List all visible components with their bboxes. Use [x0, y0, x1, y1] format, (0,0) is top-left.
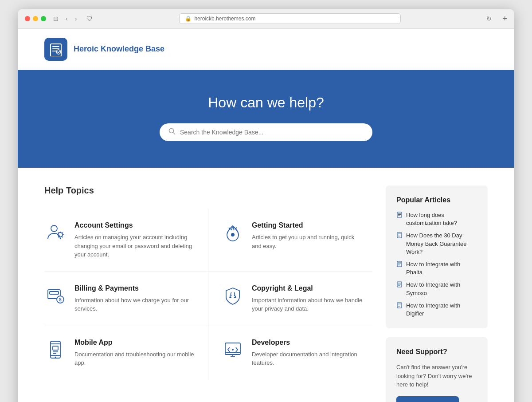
article-link-2: How Does the 30 Day Money Back Guarantee… — [406, 232, 477, 256]
popular-articles-title: Popular Articles — [396, 196, 477, 204]
hero-title: How can we help? — [27, 95, 505, 111]
close-button[interactable] — [25, 16, 30, 21]
svg-point-4 — [51, 225, 57, 232]
search-input[interactable] — [180, 129, 364, 136]
topic-getting-started[interactable]: Getting Started Articles to get you up a… — [208, 209, 372, 272]
article-icon-4 — [396, 281, 403, 289]
article-list: How long does customization take? — [396, 211, 477, 318]
search-icon — [168, 128, 176, 137]
topic-copyright-legal[interactable]: Copyright & Legal Important information … — [208, 272, 372, 326]
mobile-app-icon — [44, 339, 66, 361]
maximize-button[interactable] — [41, 16, 46, 21]
svg-rect-8 — [50, 292, 59, 294]
lock-icon: 🔒 — [185, 16, 192, 22]
developers-icon — [222, 339, 244, 361]
topic-billing-payments-desc: Information about how we charge you for … — [74, 296, 195, 313]
address-bar[interactable]: 🔒 heroickb.herothemes.com — [179, 13, 401, 24]
article-item-3[interactable]: How to Integrate with Phaita — [396, 260, 477, 276]
topic-account-settings-title: Account Settings — [74, 221, 195, 229]
topic-developers-info: Developers Developer documentation and i… — [252, 339, 364, 367]
svg-text:$: $ — [59, 297, 62, 302]
article-item-1[interactable]: How long does customization take? — [396, 211, 477, 227]
topic-copyright-legal-info: Copyright & Legal Important information … — [252, 284, 364, 313]
topic-copyright-legal-desc: Important information about how we handl… — [252, 296, 364, 313]
main-content: Help Topics Acco — [18, 168, 514, 402]
article-icon-2 — [396, 232, 403, 240]
topic-getting-started-title: Getting Started — [252, 221, 364, 229]
svg-line-3 — [173, 133, 175, 134]
contact-support-button[interactable]: Contact Support — [396, 396, 459, 402]
need-support-title: Need Support? — [396, 348, 477, 356]
article-link-1: How long does customization take? — [406, 211, 477, 227]
logo-container[interactable]: Heroic Knowledge Base — [44, 38, 164, 61]
minimize-button[interactable] — [33, 16, 38, 21]
article-link-3: How to Integrate with Phaita — [406, 260, 477, 276]
website: Heroic Knowledge Base How can we help? — [18, 29, 514, 402]
account-settings-icon — [44, 221, 66, 244]
topic-mobile-app[interactable]: Mobile App Documentation and troubleshoo… — [44, 326, 208, 380]
sidebar: Popular Articles How l — [386, 185, 488, 402]
topic-mobile-app-info: Mobile App Documentation and troubleshoo… — [74, 339, 195, 367]
article-item-2[interactable]: How Does the 30 Day Money Back Guarantee… — [396, 232, 477, 256]
topic-billing-payments[interactable]: $ Billing & Payments Information about h… — [44, 272, 208, 326]
browser-controls: ⊟ ‹ › — [51, 14, 78, 23]
need-support-card: Need Support? Can't find the answer you'… — [386, 337, 488, 402]
url-display: heroickb.herothemes.com — [194, 16, 255, 22]
topic-developers-title: Developers — [252, 339, 364, 347]
svg-rect-15 — [53, 346, 58, 350]
reload-button[interactable]: ↻ — [485, 14, 493, 23]
article-item-5[interactable]: How to Integrate with Digifier — [396, 302, 477, 318]
topic-account-settings[interactable]: Account Settings Articles on managing yo… — [44, 209, 208, 272]
site-header: Heroic Knowledge Base — [18, 29, 514, 70]
article-icon-5 — [396, 302, 403, 310]
topic-getting-started-desc: Articles to get you up and running, quic… — [252, 233, 364, 250]
hero-section: How can we help? — [18, 70, 514, 168]
browser-window: ⊟ ‹ › 🛡 🔒 heroickb.herothemes.com ↻ + — [18, 9, 514, 402]
article-icon-3 — [396, 261, 403, 268]
popular-articles-card: Popular Articles How l — [386, 185, 488, 328]
topic-mobile-app-desc: Documentation and troubleshooting our mo… — [74, 350, 195, 367]
copyright-legal-icon — [222, 284, 244, 307]
forward-button[interactable]: › — [73, 14, 79, 23]
billing-payments-icon: $ — [44, 284, 66, 307]
logo-text: Heroic Knowledge Base — [74, 44, 164, 54]
article-icon-1 — [396, 212, 403, 219]
topic-copyright-legal-title: Copyright & Legal — [252, 284, 364, 292]
topic-account-settings-info: Account Settings Articles on managing yo… — [74, 221, 195, 259]
svg-point-1 — [56, 50, 61, 54]
svg-point-14 — [55, 356, 56, 358]
article-item-4[interactable]: How to Integrate with Symoxo — [396, 281, 477, 297]
support-description: Can't find the answer you're looking for… — [396, 363, 477, 389]
help-topics-title: Help Topics — [44, 185, 372, 196]
search-bar-wrap — [160, 123, 372, 141]
traffic-lights — [25, 16, 46, 21]
svg-point-22 — [232, 349, 234, 351]
new-tab-button[interactable]: + — [502, 14, 507, 24]
getting-started-icon — [222, 221, 244, 244]
article-link-4: How to Integrate with Symoxo — [406, 281, 477, 297]
article-link-5: How to Integrate with Digifier — [406, 302, 477, 318]
sidebar-toggle-button[interactable]: ⊟ — [51, 14, 60, 23]
topic-getting-started-info: Getting Started Articles to get you up a… — [252, 221, 364, 250]
logo-icon — [44, 38, 67, 61]
topic-developers-desc: Developer documentation and integration … — [252, 350, 364, 367]
search-bar — [160, 123, 372, 141]
browser-chrome: ⊟ ‹ › 🛡 🔒 heroickb.herothemes.com ↻ + — [18, 9, 514, 29]
content-left: Help Topics Acco — [44, 185, 372, 402]
back-button[interactable]: ‹ — [64, 14, 70, 23]
shield-icon: 🛡 — [84, 15, 95, 22]
topic-billing-payments-title: Billing & Payments — [74, 284, 195, 292]
topic-developers[interactable]: Developers Developer documentation and i… — [208, 326, 372, 380]
topic-mobile-app-title: Mobile App — [74, 339, 195, 347]
topics-grid: Account Settings Articles on managing yo… — [44, 209, 372, 380]
svg-point-6 — [231, 233, 235, 236]
topic-billing-payments-info: Billing & Payments Information about how… — [74, 284, 195, 313]
topic-account-settings-desc: Articles on managing your account includ… — [74, 233, 195, 259]
